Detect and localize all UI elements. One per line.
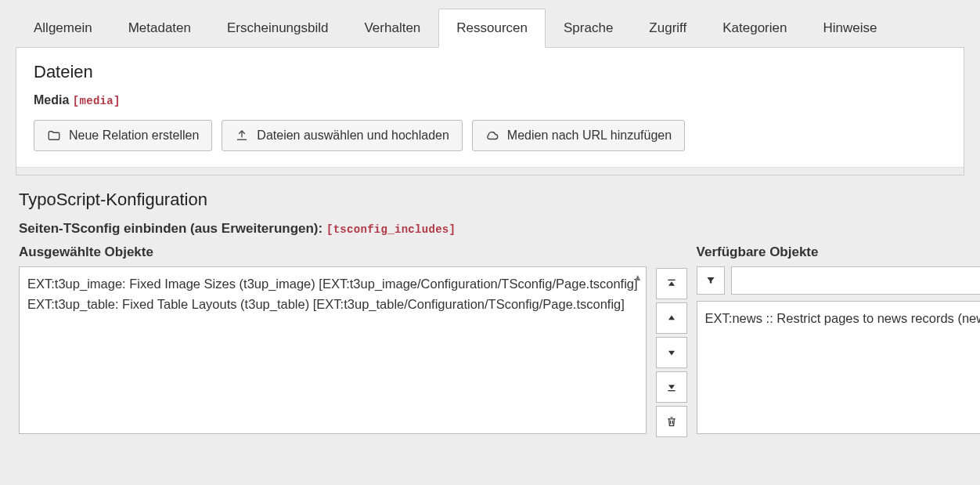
new-relation-button[interactable]: Neue Relation erstellen <box>34 120 212 151</box>
svg-rect-0 <box>668 280 675 281</box>
tab-metadaten[interactable]: Metadaten <box>110 9 209 48</box>
svg-rect-1 <box>668 390 675 391</box>
select-upload-button[interactable]: Dateien auswählen und hochladen <box>222 120 463 151</box>
filter-input[interactable] <box>731 266 980 295</box>
available-objects-label: Verfügbare Objekte <box>697 244 980 260</box>
selected-objects-label: Ausgewählte Objekte <box>19 244 647 260</box>
move-bottom-button[interactable] <box>656 371 687 403</box>
files-heading: Dateien <box>34 62 946 82</box>
delete-button[interactable] <box>656 406 687 437</box>
selected-objects-box[interactable]: ▲ EXT:t3up_image: Fixed Image Sizes (t3u… <box>19 266 647 434</box>
filter-icon <box>697 266 725 295</box>
list-item[interactable]: EXT:news :: Restrict pages to news recor… <box>705 308 980 328</box>
available-objects-box[interactable]: ▲ EXT:news :: Restrict pages to news rec… <box>697 301 980 434</box>
media-label: Media <box>34 93 69 107</box>
move-controls <box>656 268 687 437</box>
media-sysname: [media] <box>73 95 121 107</box>
tsconfig-heading: TypoScript-Konfiguration <box>19 190 961 210</box>
tab-erscheinungsbild[interactable]: Erscheinungsbild <box>209 9 346 48</box>
add-media-url-button[interactable]: Medien nach URL hinzufügen <box>472 120 685 151</box>
move-down-button[interactable] <box>656 337 687 368</box>
tsconfig-include-label: Seiten-TSconfig einbinden (aus Erweiteru… <box>19 221 322 236</box>
cloud-icon <box>485 128 499 143</box>
tsconfig-include-sysname: [tsconfig_includes] <box>326 223 456 236</box>
move-top-button[interactable] <box>656 268 687 299</box>
tab-bar: Allgemein Metadaten Erscheinungsbild Ver… <box>16 8 964 47</box>
tab-ressourcen[interactable]: Ressourcen <box>438 9 546 48</box>
list-item[interactable]: EXT:t3up_image: Fixed Image Sizes (t3up_… <box>27 273 638 294</box>
folder-icon <box>47 128 61 143</box>
tab-kategorien[interactable]: Kategorien <box>704 9 805 48</box>
tab-allgemein[interactable]: Allgemein <box>16 9 110 48</box>
panel-files: Dateien Media [media] Neue Relation erst… <box>16 47 964 176</box>
tab-zugriff[interactable]: Zugriff <box>631 9 704 48</box>
tab-verhalten[interactable]: Verhalten <box>346 9 438 48</box>
tab-hinweise[interactable]: Hinweise <box>805 9 895 48</box>
list-item[interactable]: EXT:t3up_table: Fixed Table Layouts (t3u… <box>27 294 638 314</box>
move-up-button[interactable] <box>656 302 687 334</box>
tab-sprache[interactable]: Sprache <box>546 9 631 48</box>
upload-icon <box>235 128 249 143</box>
